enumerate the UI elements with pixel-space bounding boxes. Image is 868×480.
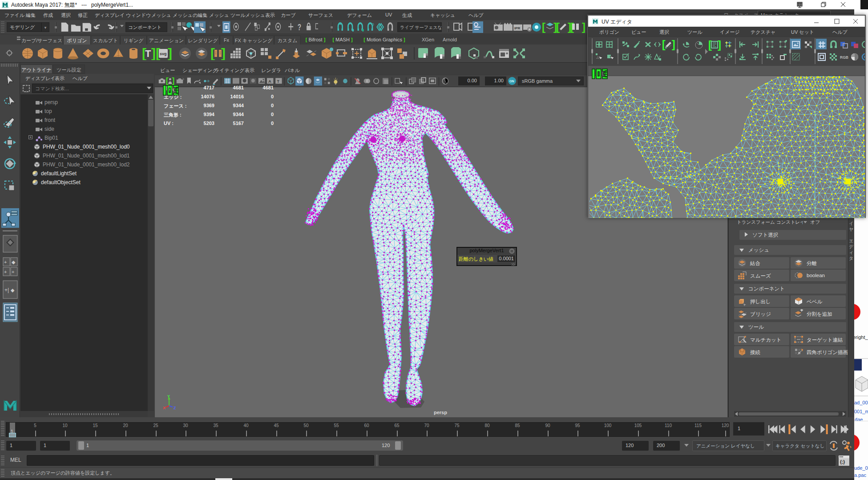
svg-text:IPR: IPR [514,26,521,30]
svg-text:]: ] [582,21,585,33]
svg-text:Z: Z [174,406,176,409]
svg-text:Y: Y [167,394,170,399]
svg-text:]: ] [172,76,174,85]
svg-text:RGB: RGB [840,55,848,60]
svg-text:+: + [12,269,14,274]
svg-text:[: [ [166,76,169,85]
svg-text:]: ] [168,47,172,60]
svg-text:+: + [4,269,7,274]
svg-text:T: T [145,48,151,59]
svg-text:[: [ [542,21,545,33]
svg-text:ON: ON [509,80,514,83]
svg-text:?: ? [298,22,301,32]
svg-text:[: [ [210,47,215,60]
svg-text:X: X [163,406,166,409]
svg-text:+: + [4,259,7,265]
svg-text:svg: svg [160,52,167,56]
svg-text:◆: ◆ [11,287,15,293]
svg-text:T: T [277,79,279,83]
svg-text:+|: +| [4,287,9,293]
svg-text:]: ] [221,47,226,60]
svg-text:[: [ [662,39,666,50]
svg-text:]: ] [151,47,156,60]
svg-text:A: A [268,79,271,83]
svg-text:]: ] [672,39,675,50]
svg-text:{;}: {;} [840,460,845,464]
svg-text:[: [ [556,21,560,33]
svg-text:◆: ◆ [12,259,16,265]
svg-text:]: ] [718,39,721,51]
